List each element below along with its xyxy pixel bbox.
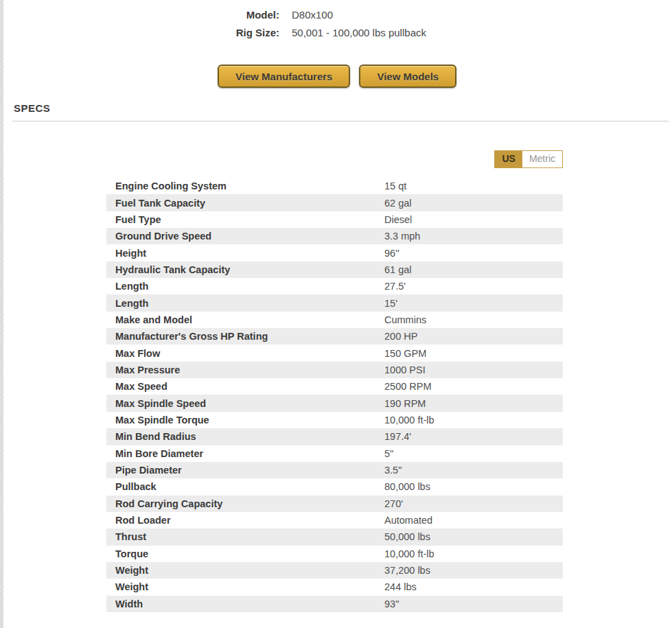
unit-toggle-metric[interactable]: Metric — [522, 151, 562, 167]
spec-label: Pullback — [106, 481, 384, 492]
spec-label: Fuel Type — [106, 214, 384, 225]
spec-label: Max Speed — [106, 381, 384, 392]
spec-value: 15' — [384, 298, 563, 309]
spec-row: Hydraulic Tank Capacity61 gal — [106, 261, 563, 278]
model-label: Model: — [3, 6, 279, 24]
spec-value: 150 GPM — [384, 348, 563, 359]
spec-row: Max Spindle Speed190 RPM — [106, 395, 563, 411]
spec-label: Height — [106, 248, 384, 259]
spec-row: Width93" — [106, 596, 563, 612]
rig-size-row: Rig Size: 50,001 - 100,000 lbs pullback — [3, 24, 672, 42]
spec-value: 5" — [384, 448, 563, 459]
action-button-row: View Manufacturers View Models — [218, 65, 672, 88]
spec-row: Fuel Tank Capacity62 gal — [106, 194, 563, 211]
spec-label: Fuel Tank Capacity — [106, 198, 384, 209]
page-edge-strip — [0, 0, 3, 628]
spec-value: 3.5" — [384, 465, 563, 476]
spec-value: 197.4' — [384, 431, 563, 442]
spec-row: Height96'' — [106, 244, 563, 261]
spec-row: Max Pressure1000 PSI — [106, 362, 563, 378]
spec-label: Weight — [106, 581, 384, 592]
spec-value: 96'' — [384, 248, 563, 259]
spec-value: 3.3 mph — [384, 231, 563, 242]
spec-row: Engine Cooling System15 qt — [106, 178, 563, 194]
spec-row: Max Flow150 GPM — [106, 345, 563, 361]
spec-value: 80,000 lbs — [384, 481, 563, 492]
spec-label: Length — [106, 281, 384, 292]
spec-value: 10,000 ft-lb — [384, 415, 563, 426]
spec-label: Length — [106, 298, 384, 309]
spec-row: Manufacturer's Gross HP Rating200 HP — [106, 328, 563, 345]
spec-value: 27.5' — [384, 281, 563, 292]
spec-label: Max Spindle Speed — [106, 398, 384, 409]
spec-row: Weight37,200 lbs — [106, 562, 563, 579]
spec-label: Ground Drive Speed — [106, 231, 384, 242]
spec-row: Pipe Diameter3.5" — [106, 462, 563, 478]
spec-value: 50,000 lbs — [384, 531, 563, 542]
spec-value: Cummins — [384, 314, 563, 325]
spec-row: Fuel TypeDiesel — [106, 211, 563, 228]
view-models-button[interactable]: View Models — [359, 65, 456, 88]
spec-row: Rod Carrying Capacity270' — [106, 496, 563, 512]
spec-row: Length27.5' — [106, 278, 563, 294]
rig-size-label: Rig Size: — [3, 24, 279, 42]
spec-label: Width — [106, 598, 384, 609]
spec-row: Max Speed2500 RPM — [106, 378, 563, 395]
spec-value: 62 gal — [384, 198, 563, 209]
spec-value: 1000 PSI — [384, 364, 563, 375]
unit-toggle-wrap: US Metric — [106, 150, 563, 168]
specs-section-heading: SPECS — [14, 102, 672, 114]
spec-value: 61 gal — [384, 264, 563, 275]
spec-label: Min Bend Radius — [106, 431, 384, 442]
spec-value: 10,000 ft-lb — [384, 548, 563, 559]
spec-label: Engine Cooling System — [106, 181, 384, 191]
spec-row: Torque10,000 ft-lb — [106, 546, 563, 562]
rig-size-value: 50,001 - 100,000 lbs pullback — [292, 24, 672, 42]
spec-table: Engine Cooling System15 qtFuel Tank Capa… — [106, 178, 563, 612]
spec-label: Make and Model — [106, 314, 384, 325]
spec-value: 93" — [384, 598, 563, 609]
spec-row: Weight244 lbs — [106, 579, 563, 595]
rig-info-block: Model: D80x100 Rig Size: 50,001 - 100,00… — [3, 0, 672, 42]
spec-label: Max Spindle Torque — [106, 415, 384, 426]
spec-value: 37,200 lbs — [384, 565, 563, 576]
spec-value: 270' — [384, 498, 563, 509]
spec-label: Manufacturer's Gross HP Rating — [106, 331, 384, 342]
page-content: Model: D80x100 Rig Size: 50,001 - 100,00… — [3, 0, 672, 612]
spec-label: Max Pressure — [106, 364, 384, 375]
unit-toggle: US Metric — [494, 150, 563, 168]
spec-row: Ground Drive Speed3.3 mph — [106, 228, 563, 244]
spec-label: Rod Loader — [106, 515, 384, 526]
spec-label: Weight — [106, 565, 384, 576]
unit-toggle-us[interactable]: US — [495, 151, 522, 167]
spec-row: Thrust50,000 lbs — [106, 528, 563, 545]
spec-value: Diesel — [384, 214, 563, 225]
spec-value: 200 HP — [384, 331, 563, 342]
view-manufacturers-button[interactable]: View Manufacturers — [218, 65, 350, 88]
spec-value: 2500 RPM — [384, 381, 563, 392]
model-value: D80x100 — [292, 6, 672, 24]
specs-divider — [12, 121, 669, 121]
model-row: Model: D80x100 — [3, 6, 672, 24]
spec-value: Automated — [384, 515, 563, 526]
spec-row: Rod LoaderAutomated — [106, 512, 563, 528]
spec-row: Max Spindle Torque10,000 ft-lb — [106, 412, 563, 428]
spec-row: Length15' — [106, 294, 563, 311]
spec-label: Max Flow — [106, 348, 384, 359]
spec-label: Pipe Diameter — [106, 465, 384, 476]
spec-label: Hydraulic Tank Capacity — [106, 264, 384, 275]
specs-panel: US Metric Engine Cooling System15 qtFuel… — [106, 150, 563, 612]
spec-row: Pullback80,000 lbs — [106, 478, 563, 495]
spec-row: Min Bend Radius197.4' — [106, 428, 563, 445]
spec-row: Min Bore Diameter5" — [106, 445, 563, 462]
spec-label: Torque — [106, 548, 384, 559]
spec-label: Thrust — [106, 531, 384, 542]
spec-label: Rod Carrying Capacity — [106, 498, 384, 509]
spec-row: Make and ModelCummins — [106, 312, 563, 328]
spec-value: 190 RPM — [384, 398, 563, 409]
spec-value: 15 qt — [384, 181, 563, 191]
spec-label: Min Bore Diameter — [106, 448, 384, 459]
spec-value: 244 lbs — [384, 581, 563, 592]
